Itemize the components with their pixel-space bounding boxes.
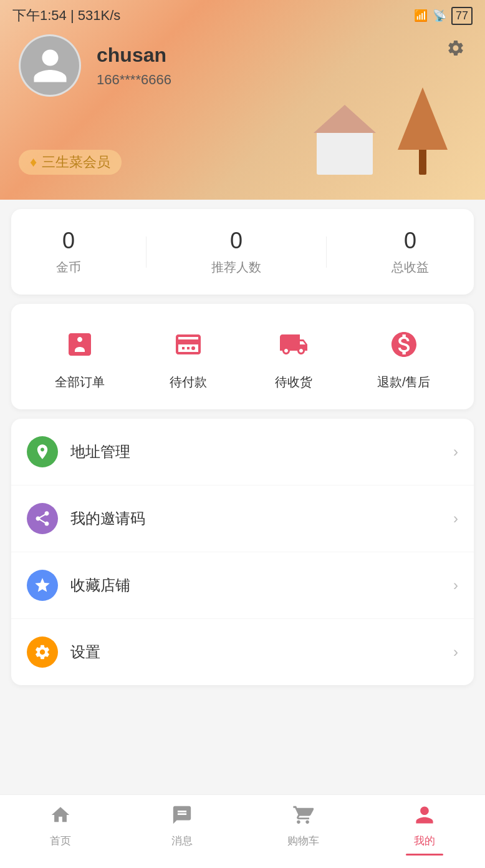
tab-my[interactable]: 我的 [364, 801, 486, 859]
home-icon [50, 804, 71, 831]
wifi-icon: 📡 [433, 9, 446, 22]
member-badge[interactable]: ♦ 三生菜会员 [19, 150, 122, 175]
profile-content: chusan 166****6666 [19, 34, 171, 97]
house-roof [314, 105, 376, 133]
settings-menu-icon [27, 636, 58, 668]
menu-favorites[interactable]: 收藏店铺 › [11, 552, 474, 619]
message-icon [171, 804, 193, 831]
invite-arrow: › [453, 510, 458, 527]
menu-settings[interactable]: 设置 › [11, 619, 474, 685]
diamond-icon: ♦ [30, 154, 37, 170]
cart-label: 购物车 [287, 834, 319, 848]
pending-payment-label: 待付款 [170, 374, 207, 391]
address-arrow: › [453, 443, 458, 461]
favorites-icon [27, 570, 58, 601]
tab-active-indicator [406, 854, 443, 856]
profile-text: chusan 166****6666 [97, 44, 171, 88]
invite-label: 我的邀请码 [70, 509, 453, 529]
orders-card: 全部订单 待付款 待收货 [11, 304, 474, 409]
menu-invite[interactable]: 我的邀请码 › [11, 485, 474, 552]
favorites-arrow: › [453, 577, 458, 594]
coins-value: 0 [62, 228, 75, 254]
avatar-icon [30, 46, 70, 86]
house-body [317, 131, 373, 175]
pending-payment-icon [166, 323, 210, 366]
status-icons: 📶 📡 77 [414, 7, 473, 25]
bottom-spacer [0, 695, 485, 769]
refund-icon [382, 323, 426, 366]
address-label: 地址管理 [70, 442, 453, 462]
all-orders-icon [58, 323, 102, 366]
messages-label: 消息 [171, 834, 193, 848]
invite-icon [27, 503, 58, 534]
earnings-value: 0 [404, 228, 416, 254]
tree-decoration [398, 87, 448, 175]
menu-address[interactable]: 地址管理 › [11, 419, 474, 485]
signal-icon: 📶 [414, 9, 428, 22]
battery-indicator: 77 [451, 7, 473, 25]
all-orders-label: 全部订单 [55, 374, 105, 391]
settings-label: 设置 [70, 642, 453, 662]
refund-label: 退款/售后 [377, 374, 431, 391]
orders-grid: 全部订单 待付款 待收货 [24, 323, 461, 391]
username: chusan [97, 44, 171, 67]
stat-referrals[interactable]: 0 推荐人数 [211, 228, 261, 276]
member-label: 三生菜会员 [42, 153, 110, 172]
house-decoration [317, 131, 373, 175]
settings-arrow: › [453, 643, 458, 661]
status-time: 下午1:54 | 531K/s [12, 6, 120, 25]
svg-point-0 [191, 346, 195, 350]
referrals-value: 0 [230, 228, 242, 254]
menu-card: 地址管理 › 我的邀请码 › 收藏店铺 › 设置 › [11, 419, 474, 685]
settings-icon[interactable] [442, 34, 469, 62]
avatar[interactable] [19, 34, 81, 97]
stat-divider-1 [146, 237, 146, 268]
phone-number: 166****6666 [97, 72, 171, 88]
status-bar: 下午1:54 | 531K/s 📶 📡 77 [0, 0, 485, 31]
address-icon [27, 436, 58, 467]
cart-icon [292, 804, 314, 831]
tab-cart[interactable]: 购物车 [242, 801, 364, 859]
tab-bar: 首页 消息 购物车 我的 [0, 794, 485, 868]
my-label: 我的 [414, 834, 435, 848]
pending-receipt-icon [272, 323, 315, 366]
tab-messages[interactable]: 消息 [122, 801, 243, 859]
order-all[interactable]: 全部订单 [55, 323, 105, 391]
order-refund[interactable]: 退款/售后 [377, 323, 431, 391]
home-label: 首页 [50, 834, 71, 848]
order-pending-receipt[interactable]: 待收货 [272, 323, 315, 391]
favorites-label: 收藏店铺 [70, 575, 453, 595]
earnings-label: 总收益 [391, 259, 429, 276]
pending-receipt-label: 待收货 [275, 374, 312, 391]
stat-earnings[interactable]: 0 总收益 [391, 228, 429, 276]
order-pending-payment[interactable]: 待付款 [166, 323, 210, 391]
tab-home[interactable]: 首页 [0, 801, 122, 859]
coins-label: 金币 [56, 259, 81, 276]
stat-coins[interactable]: 0 金币 [56, 228, 81, 276]
referrals-label: 推荐人数 [211, 259, 261, 276]
user-icon [414, 804, 435, 831]
stat-divider-2 [326, 237, 327, 268]
stats-card: 0 金币 0 推荐人数 0 总收益 [11, 209, 474, 295]
